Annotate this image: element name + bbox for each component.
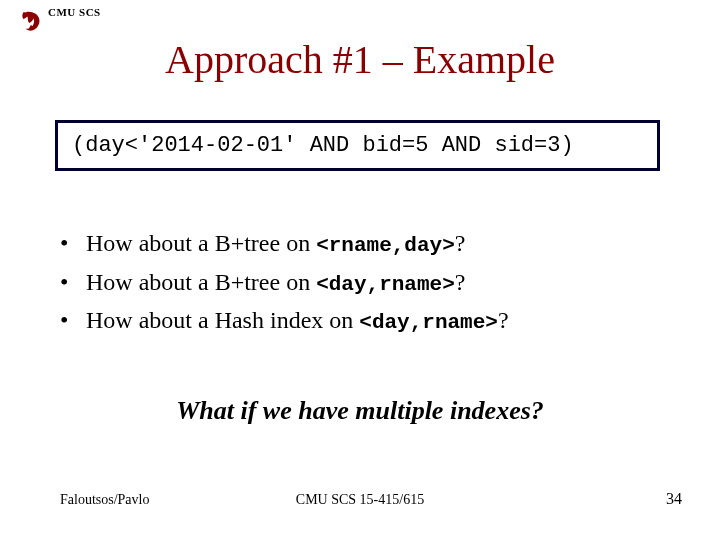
bullet-prefix: How about a B+tree on: [86, 230, 316, 256]
question-text: What if we have multiple indexes?: [0, 396, 720, 426]
bullet-code: <day,rname>: [359, 311, 498, 334]
bullet-item: • How about a B+tree on <rname,day>?: [60, 224, 670, 263]
bullet-suffix: ?: [498, 307, 509, 333]
header-org: CMU SCS: [48, 6, 101, 18]
bullet-prefix: How about a B+tree on: [86, 269, 316, 295]
bullet-dot: •: [60, 224, 86, 262]
slide-header: CMU SCS: [20, 6, 101, 36]
footer-course: CMU SCS 15-415/615: [0, 492, 720, 508]
bullet-code: <rname,day>: [316, 234, 455, 257]
bullet-list: • How about a B+tree on <rname,day>? • H…: [60, 224, 670, 340]
cmu-dragon-logo: [20, 10, 42, 36]
bullet-item: • How about a Hash index on <day,rname>?: [60, 301, 670, 340]
slide-number: 34: [666, 490, 682, 508]
bullet-prefix: How about a Hash index on: [86, 307, 359, 333]
slide-title: Approach #1 – Example: [0, 36, 720, 83]
bullet-suffix: ?: [455, 269, 466, 295]
bullet-suffix: ?: [455, 230, 466, 256]
bullet-code: <day,rname>: [316, 273, 455, 296]
query-box: (day<'2014-02-01' AND bid=5 AND sid=3): [55, 120, 660, 171]
bullet-item: • How about a B+tree on <day,rname>?: [60, 263, 670, 302]
bullet-dot: •: [60, 301, 86, 339]
bullet-dot: •: [60, 263, 86, 301]
